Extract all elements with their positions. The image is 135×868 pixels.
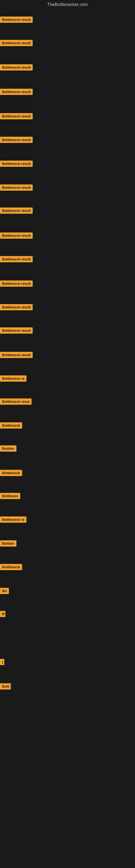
bottleneck-result-item: | bbox=[0, 659, 4, 666]
bottleneck-badge: Bottleneck result bbox=[0, 304, 33, 310]
bottleneck-result-item: Bottlen bbox=[0, 445, 16, 453]
bottleneck-result-item: Bottleneck re bbox=[0, 375, 27, 383]
bottleneck-result-item: Bottleneck result bbox=[0, 137, 33, 144]
bottleneck-result-item: Bottleneck bbox=[0, 470, 22, 477]
bottleneck-result-item: Bottleneck result bbox=[0, 256, 33, 264]
bottleneck-badge: Bottleneck result bbox=[0, 137, 33, 143]
bottleneck-result-item: Bottleneck result bbox=[0, 89, 33, 96]
bottleneck-badge: Bottleneck result bbox=[0, 232, 33, 239]
bottleneck-result-item: Bottleneck re bbox=[0, 517, 27, 524]
bottleneck-badge: Bottleneck result bbox=[0, 17, 33, 23]
bottleneck-badge: Bottleneck result bbox=[0, 208, 33, 214]
bottleneck-result-item: Bottleneck result bbox=[0, 304, 33, 311]
bottleneck-result-item: Bottleneck result bbox=[0, 184, 33, 192]
bottleneck-result-item: Bottleneck result bbox=[0, 280, 33, 288]
bottleneck-badge: Bottleneck result bbox=[0, 40, 33, 46]
bottleneck-result-item: Bottleneck resul bbox=[0, 399, 32, 406]
bottleneck-badge: Bottleneck result bbox=[0, 280, 33, 287]
bottleneck-result-item: Bottleneck bbox=[0, 422, 22, 430]
bottleneck-result-item: Bottleneck result bbox=[0, 352, 33, 359]
bottleneck-badge: Bottleneck result bbox=[0, 161, 33, 167]
bottleneck-badge: Bottleneck re bbox=[0, 517, 27, 523]
bottleneck-badge: Bottleneck bbox=[0, 564, 22, 570]
bottleneck-badge: Bottleneck re bbox=[0, 375, 27, 382]
bottleneck-result-item: B bbox=[0, 611, 5, 618]
bottleneck-badge: Bo bbox=[0, 588, 9, 594]
bottleneck-badge: Bottleneck result bbox=[0, 352, 33, 358]
bottleneck-badge: Bott bbox=[0, 683, 11, 689]
bottleneck-result-item: Bottleneck result bbox=[0, 161, 33, 168]
bottleneck-badge: Bottleneck result bbox=[0, 89, 33, 95]
bottleneck-result-item: Bottleneck result bbox=[0, 113, 33, 120]
bottleneck-result-item: Bottlen bbox=[0, 540, 16, 548]
site-title: TheBottlenecker.com bbox=[0, 0, 135, 9]
bottleneck-badge: Bottleneck result bbox=[0, 328, 33, 334]
bottleneck-result-item: Bott bbox=[0, 683, 11, 691]
bottleneck-result-item: Bottleneck result bbox=[0, 232, 33, 240]
bottleneck-badge: Bottlen bbox=[0, 445, 16, 452]
bottleneck-result-item: Bottleneck result bbox=[0, 208, 33, 215]
bottleneck-result-item: Bottleneck result bbox=[0, 64, 33, 72]
bottleneck-badge: B bbox=[0, 611, 5, 617]
bottleneck-badge: Bottlen bbox=[0, 540, 16, 547]
bottleneck-result-item: Bottlenec bbox=[0, 493, 20, 500]
bottleneck-result-item: Bottleneck result bbox=[0, 40, 33, 47]
bottleneck-badge: Bottleneck result bbox=[0, 113, 33, 119]
bottleneck-result-item: Bottleneck result bbox=[0, 17, 33, 24]
bottleneck-badge: Bottleneck bbox=[0, 470, 22, 476]
bottleneck-badge: Bottleneck result bbox=[0, 64, 33, 70]
bottleneck-badge: | bbox=[0, 659, 4, 665]
bottleneck-result-item: Bo bbox=[0, 588, 9, 595]
bottleneck-badge: Bottleneck resul bbox=[0, 399, 32, 405]
bottleneck-badge: Bottleneck bbox=[0, 422, 22, 429]
bottleneck-result-item: Bottleneck bbox=[0, 564, 22, 571]
bottleneck-result-item: Bottleneck result bbox=[0, 328, 33, 335]
bottleneck-badge: Bottleneck result bbox=[0, 256, 33, 262]
bottleneck-badge: Bottlenec bbox=[0, 493, 20, 499]
bottleneck-badge: Bottleneck result bbox=[0, 184, 33, 191]
